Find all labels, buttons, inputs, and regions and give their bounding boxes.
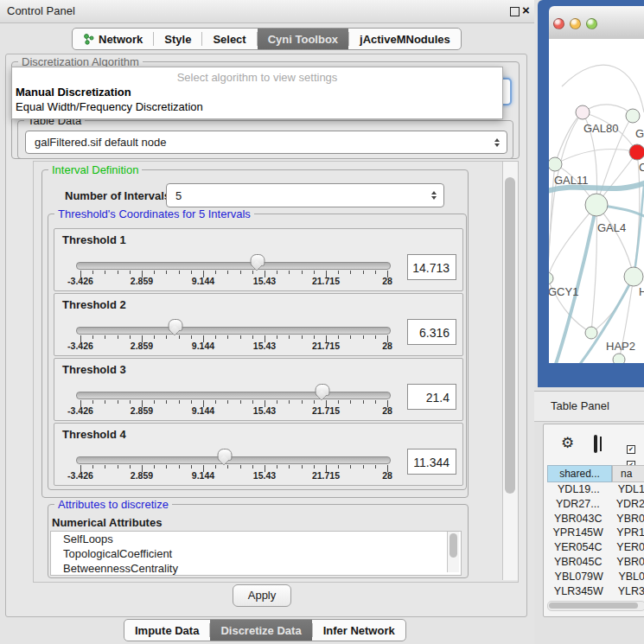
slider-tick-label: 28 [382, 341, 392, 351]
table-horizontal-scrollbar[interactable] [547, 601, 644, 611]
slider-tick [92, 335, 93, 339]
slider-tick [92, 271, 93, 274]
network-node[interactable] [549, 157, 562, 171]
column-header-name[interactable]: na [612, 465, 644, 482]
slider-track[interactable] [76, 456, 391, 464]
right-region: GAL80GACGAL11GAL4GCY1HHAP2 Table Panel ⚙… [534, 0, 644, 644]
tab-impute-data[interactable]: Impute Data [124, 620, 209, 641]
network-node[interactable] [576, 105, 590, 119]
slider-tick [363, 271, 364, 274]
network-node[interactable] [585, 194, 608, 216]
num-intervals-value: 5 [167, 189, 431, 202]
split-column-icon[interactable] [594, 437, 597, 452]
apply-button[interactable]: Apply [233, 584, 291, 607]
slider-tick [166, 465, 167, 469]
slider-tick [338, 335, 339, 339]
slider-thumb[interactable] [217, 449, 232, 461]
network-node[interactable] [624, 267, 643, 286]
slider-tick [179, 400, 180, 404]
table-row[interactable]: YPR145WYPR1 [547, 526, 644, 541]
network-node[interactable] [626, 109, 640, 123]
network-node[interactable] [629, 144, 644, 160]
combo-arrows-icon[interactable] [494, 138, 507, 147]
slider-thumb[interactable] [250, 254, 265, 266]
slider-tick [154, 400, 155, 404]
slider-tick [350, 465, 351, 469]
table-row[interactable]: YDL19...YDL1 [547, 483, 644, 498]
slider-tick-label: 9.144 [192, 470, 214, 481]
attribute-list-item[interactable]: BetweennessCentrality [51, 561, 461, 576]
slider-tick [363, 335, 364, 339]
slider-tick [375, 465, 376, 469]
table-row[interactable]: YBR043CYBR0 [547, 513, 644, 527]
attributes-list-scrollbar[interactable] [447, 532, 459, 572]
tab-jactivemnodules[interactable]: jActiveMNodules [349, 29, 461, 49]
slider-thumb[interactable] [169, 319, 183, 331]
network-view-window: GAL80GACGAL11GAL4GCY1HHAP2 [538, 0, 644, 387]
slider-tick [92, 400, 93, 404]
num-intervals-spinner[interactable]: 5 [166, 183, 444, 207]
settings-scrollbar[interactable] [502, 162, 518, 580]
gear-icon[interactable]: ⚙ [561, 436, 574, 451]
close-icon[interactable]: × [522, 3, 530, 18]
threshold-panel-1: Threshold 1-3.4262.8599.14415.4321.71528… [54, 228, 463, 291]
threshold-value-field[interactable]: 14.713 [407, 254, 456, 280]
attribute-list-item[interactable]: SelfLoops [51, 532, 461, 546]
slider-tick-label: 2.859 [131, 470, 153, 481]
slider-tick [350, 400, 351, 404]
table-row[interactable]: YBR045CYBR0 [547, 556, 644, 571]
slider-tick-label: 2.859 [131, 405, 153, 416]
network-edge [555, 112, 583, 164]
network-node[interactable] [613, 354, 625, 363]
network-node-label: HAP2 [606, 340, 635, 353]
slider-tick-label: 15.43 [253, 276, 276, 286]
tab-cyni-toolbox[interactable]: Cyni Toolbox [258, 29, 348, 49]
float-panel-icon[interactable] [510, 7, 520, 16]
control-panel-tabbar: NetworkStyleSelectCyni ToolboxjActiveMNo… [72, 28, 462, 50]
threshold-value-field[interactable]: 6.316 [407, 319, 456, 345]
mac-zoom-icon[interactable] [586, 18, 597, 29]
network-node[interactable] [585, 327, 597, 339]
tab-label: jActiveMNodules [360, 33, 450, 46]
table-data-combobox[interactable]: galFiltered.sif default node [25, 131, 507, 154]
network-node[interactable] [549, 272, 553, 284]
slider-tick [92, 465, 93, 469]
tab-discretize-data[interactable]: Discretize Data [210, 620, 311, 641]
numerical-attributes-list[interactable]: SelfLoopsTopologicalCoefficientBetweenne… [50, 531, 462, 576]
threshold-label: Threshold 1 [62, 233, 126, 246]
threshold-value-field[interactable]: 21.4 [407, 384, 456, 410]
slider-tick [314, 465, 315, 469]
slider-track[interactable] [76, 262, 391, 270]
table-row[interactable]: YDR27...YDR2 [547, 498, 644, 513]
tab-style[interactable]: Style [154, 29, 201, 49]
slider-tick [240, 271, 241, 274]
slider-tick [350, 271, 351, 274]
slider-track[interactable] [76, 327, 391, 335]
table-row[interactable]: YLR345WYLR3 [547, 585, 644, 600]
slider-track[interactable] [76, 392, 391, 399]
slider-tick [240, 465, 241, 469]
spinner-arrows-icon[interactable] [431, 191, 443, 200]
tab-infer-network[interactable]: Infer Network [313, 620, 405, 641]
tab-network[interactable]: Network [73, 29, 153, 49]
table-row[interactable]: YBL079WYBL0 [547, 571, 644, 585]
network-canvas[interactable]: GAL80GACGAL11GAL4GCY1HHAP2 [549, 39, 644, 363]
column-header-shared-name[interactable]: shared... [547, 465, 612, 482]
popup-item-equal-width[interactable]: Equal Width/Frequency Discretization [16, 100, 203, 113]
slider-tick-label: -3.426 [67, 470, 93, 481]
control-panel-titlebar: Control Panel × [0, 0, 534, 23]
table-row[interactable]: YER054CYER0 [547, 541, 644, 556]
network-window-titlebar[interactable] [549, 6, 644, 40]
slider-tick-label: 9.144 [192, 405, 214, 416]
threshold-value-field[interactable]: 11.344 [407, 449, 456, 475]
slider-tick [105, 271, 105, 274]
network-node-label: H [639, 285, 644, 298]
mac-minimize-icon[interactable] [570, 18, 581, 29]
slider-tick-label: 15.43 [253, 341, 276, 351]
popup-item-manual[interactable]: Manual Discretization [16, 86, 131, 99]
attribute-list-item[interactable]: TopologicalCoefficient [51, 546, 461, 561]
slider-thumb[interactable] [316, 384, 330, 396]
tab-select[interactable]: Select [202, 29, 256, 49]
mac-close-icon[interactable] [553, 18, 564, 29]
algorithm-dropdown-popup: Select algorithm to view settings Manual… [11, 67, 503, 119]
